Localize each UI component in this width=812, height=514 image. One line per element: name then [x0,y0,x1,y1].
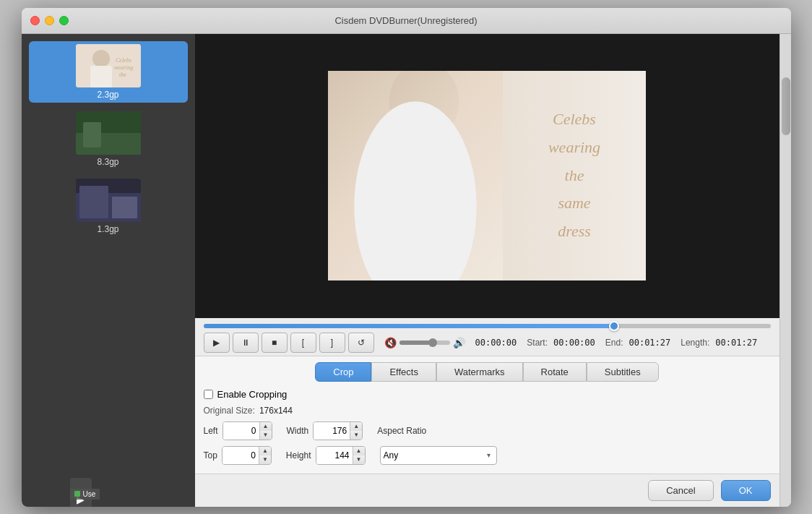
tabs-row: Crop Effects Watermarks Rotate Subtitles [204,362,771,382]
height-stepper: ▲ ▼ [353,447,365,464]
mark-out-button[interactable]: ] [319,333,345,353]
transport-row: ▶ ⏸ ■ [ ] ↺ 🔇 🔊 00:00 [204,333,771,353]
tab-subtitles[interactable]: Subtitles [587,362,659,382]
top-decrement[interactable]: ▼ [259,455,271,464]
length-label: Length: [681,338,709,348]
tab-effects[interactable]: Effects [371,362,436,382]
left-label: Left [204,426,218,436]
minimize-button[interactable] [45,16,54,25]
used-text: Use [83,490,96,498]
width-input-container: ▲ ▼ [313,421,363,440]
progress-thumb[interactable] [609,321,619,331]
mark-in-button[interactable]: [ [290,333,316,353]
aspect-ratio-group: Aspect Ratio [377,426,426,436]
fields-row: Left ▲ ▼ Width [204,421,771,440]
sidebar-item-3[interactable]: 1.3gp [29,176,188,237]
time-info: 00:00:00 [475,338,517,348]
top-input-container: ▲ ▼ [222,446,272,465]
controls-area: ▶ ⏸ ■ [ ] ↺ 🔇 🔊 00:00 [195,318,779,356]
close-button[interactable] [30,16,40,25]
used-dot [74,491,80,497]
tab-crop[interactable]: Crop [315,362,371,382]
crop-panel: Enable Cropping Original Size: 176x144 L… [204,389,771,465]
sidebar: Celebs wearing the 2.3gp 8.3gp [22,34,195,507]
width-label: Width [287,426,309,436]
file-label-2: 8.3gp [97,157,118,167]
video-text-dress: dress [558,220,591,243]
width-decrement[interactable]: ▼ [350,431,362,440]
video-text-wearing: wearing [548,137,600,159]
volume-thumb[interactable] [428,338,437,347]
tab-watermarks[interactable]: Watermarks [436,362,523,382]
end-time-group: End: 00:01:27 [605,338,670,348]
top-label: Top [204,450,217,461]
cancel-button[interactable]: Cancel [648,480,713,501]
window-title: Cisdem DVDBurner(Unregistered) [334,15,477,26]
height-decrement[interactable]: ▼ [353,455,365,464]
height-field-group: Height ▲ ▼ [286,446,366,465]
enable-cropping-label: Enable Cropping [217,389,288,400]
left-input-container: ▲ ▼ [223,421,272,440]
width-input[interactable] [314,422,350,440]
maximize-button[interactable] [59,16,69,25]
progress-track[interactable] [204,324,771,328]
scrollbar-thumb[interactable] [782,77,790,135]
enable-cropping-checkbox[interactable] [204,390,213,399]
current-time: 00:00:00 [475,338,517,348]
thumbnail-3 [76,179,141,222]
svg-text:the: the [119,72,126,78]
svg-text:wearing: wearing [114,64,133,71]
length-time-group: Length: 00:01:27 [681,338,757,348]
width-stepper: ▲ ▼ [350,422,362,440]
left-increment[interactable]: ▲ [260,422,272,431]
pause-button[interactable]: ⏸ [233,333,259,353]
height-label: Height [286,450,311,461]
video-text-area: Celebs wearing the same dress [503,71,646,280]
video-area: Celebs wearing the same dress [195,34,779,318]
file-label-1: 2.3gp [97,90,118,100]
tab-rotate[interactable]: Rotate [523,362,587,382]
svg-text:Celebs: Celebs [116,57,131,64]
top-input[interactable] [223,447,259,464]
volume-fill [399,340,430,345]
play-button[interactable]: ▶ [204,333,230,353]
svg-rect-9 [83,122,101,147]
start-time-group: Start: 00:00:00 [527,338,595,348]
file-label-3: 1.3gp [97,224,118,234]
sidebar-item-2[interactable]: 8.3gp [29,108,188,170]
main-area: Celebs wearing the same dress [195,34,779,507]
height-input-container: ▲ ▼ [316,446,366,465]
refresh-button[interactable]: ↺ [348,333,374,353]
left-decrement[interactable]: ▼ [260,431,272,440]
progress-fill [204,324,612,328]
sidebar-item-1[interactable]: Celebs wearing the 2.3gp [29,41,188,103]
video-preview: Celebs wearing the same dress [328,71,646,280]
end-value: 00:01:27 [629,338,670,348]
ok-button[interactable]: OK [721,480,771,501]
original-size-label: Original Size: [204,406,255,416]
start-value: 00:00:00 [553,338,595,348]
height-input[interactable] [316,447,353,464]
height-increment[interactable]: ▲ [353,447,365,455]
top-field-group: Top ▲ ▼ [204,446,272,465]
end-label: End: [605,338,623,348]
fields-row-2: Top ▲ ▼ Height [204,446,771,465]
left-field-group: Left ▲ ▼ [204,421,272,440]
progress-bar-container[interactable] [204,324,771,328]
aspect-ratio-label: Aspect Ratio [377,426,426,436]
thumbnail-1: Celebs wearing the [76,44,141,87]
left-input[interactable] [223,422,259,440]
select-arrow-icon: ▾ [482,451,496,459]
top-increment[interactable]: ▲ [259,447,271,455]
left-stepper: ▲ ▼ [259,422,272,440]
stop-button[interactable]: ■ [262,333,288,353]
volume-slider[interactable] [399,340,450,345]
right-scrollbar[interactable] [779,34,791,507]
traffic-lights [30,16,69,25]
bottom-buttons: Cancel OK [195,474,779,507]
aspect-select[interactable]: Any 4:3 16:9 1:1 [381,447,482,464]
width-increment[interactable]: ▲ [350,422,362,431]
aspect-select-container[interactable]: Any 4:3 16:9 1:1 ▾ [380,446,497,465]
content-area: Celebs wearing the 2.3gp 8.3gp [22,34,791,507]
editor-panel: Crop Effects Watermarks Rotate Subtitles… [195,356,779,474]
